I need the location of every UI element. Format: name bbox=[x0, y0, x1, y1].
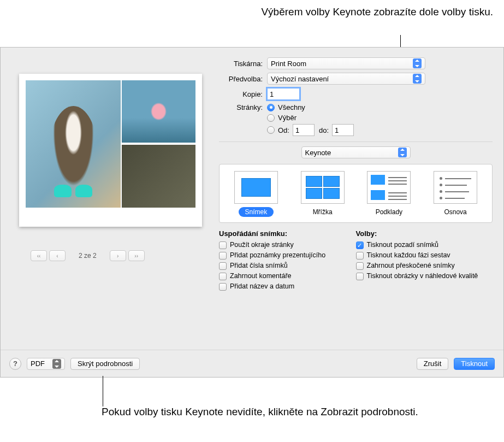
layout-grid-icon bbox=[301, 171, 345, 204]
dropdown-icon bbox=[398, 148, 407, 157]
layout-chooser: Snímek Mřížka Podklady bbox=[219, 164, 493, 223]
hide-details-button[interactable]: Skrýt podrobnosti bbox=[70, 358, 140, 370]
pages-to-label: do: bbox=[319, 126, 329, 134]
callout-top: Výběrem volby Keynote zobrazíte dole vol… bbox=[220, 5, 493, 19]
chk-notes[interactable] bbox=[219, 252, 227, 260]
preview-photo-1 bbox=[26, 80, 121, 208]
pages-selection-label: Výběr bbox=[278, 114, 297, 122]
chk-comments[interactable] bbox=[219, 273, 227, 280]
pages-selection-radio[interactable] bbox=[267, 114, 275, 122]
layout-grid[interactable]: Mřížka bbox=[295, 169, 350, 219]
dropdown-icon bbox=[52, 359, 61, 369]
layout-handouts[interactable]: Podklady bbox=[361, 169, 416, 219]
hide-details-label: Skrýt podrobnosti bbox=[78, 360, 133, 368]
pages-to-input[interactable] bbox=[332, 124, 354, 136]
chk-builds[interactable] bbox=[356, 252, 364, 260]
prev-page-button[interactable]: ‹ bbox=[49, 250, 66, 261]
preset-value: Výchozí nastavení bbox=[271, 75, 329, 83]
dropdown-icon bbox=[413, 74, 422, 84]
printer-label: Tiskárna: bbox=[219, 60, 263, 68]
pages-all-radio[interactable] bbox=[267, 104, 275, 111]
layout-outline-icon bbox=[434, 171, 477, 204]
last-page-button[interactable]: ›› bbox=[128, 250, 145, 261]
callout-bottom: Pokud volby tisku Keynote nevidíte, klik… bbox=[102, 405, 418, 419]
chk-namedate-label: Přidat název a datum bbox=[230, 282, 294, 290]
pages-label: Stránky: bbox=[219, 103, 263, 111]
page-indicator: 2 ze 2 bbox=[79, 252, 97, 260]
layout-slide-label: Snímek bbox=[239, 207, 274, 217]
pages-from-label: Od: bbox=[278, 126, 289, 134]
help-button[interactable]: ? bbox=[9, 358, 21, 370]
chk-notes-label: Přidat poznámky prezentujícího bbox=[230, 251, 325, 259]
slide-arrangement-heading: Uspořádání snímku: bbox=[219, 229, 356, 238]
dropdown-icon bbox=[413, 58, 422, 68]
preview-photo-3 bbox=[122, 145, 195, 208]
chk-numbers-label: Přidat čísla snímků bbox=[230, 262, 288, 269]
layout-handouts-label: Podklady bbox=[369, 207, 409, 217]
chk-backgrounds[interactable] bbox=[356, 241, 364, 249]
next-page-button[interactable]: › bbox=[110, 250, 126, 261]
chk-namedate[interactable] bbox=[219, 283, 227, 291]
options-heading: Volby: bbox=[356, 229, 493, 238]
pages-from-input[interactable] bbox=[293, 124, 315, 136]
cancel-label: Zrušit bbox=[424, 360, 442, 368]
copies-label: Kopie: bbox=[219, 90, 263, 98]
chk-backgrounds-label: Tisknout pozadí snímků bbox=[367, 241, 439, 249]
app-options-value: Keynote bbox=[305, 149, 331, 157]
chk-skipped[interactable] bbox=[356, 262, 364, 270]
preview-thumbnail bbox=[19, 74, 202, 227]
pages-all-label: Všechny bbox=[278, 103, 305, 111]
chk-numbers[interactable] bbox=[219, 262, 227, 270]
pdf-menu[interactable]: PDF bbox=[27, 358, 65, 370]
chk-margins-label: Použít okraje stránky bbox=[230, 241, 294, 249]
chk-margins[interactable] bbox=[219, 241, 227, 249]
first-page-button[interactable]: ‹‹ bbox=[31, 250, 47, 261]
layout-slide[interactable]: Snímek bbox=[229, 169, 283, 219]
preview-photo-2 bbox=[122, 80, 195, 143]
app-options-select[interactable]: Keynote bbox=[301, 146, 411, 158]
chk-skipped-label: Zahrnout přeskočené snímky bbox=[367, 262, 455, 269]
preset-label: Předvolba: bbox=[219, 75, 263, 83]
print-label: Tisknout bbox=[461, 360, 488, 368]
divider bbox=[219, 142, 493, 142]
layout-grid-label: Mřížka bbox=[306, 207, 339, 217]
callout-line-bottom bbox=[103, 376, 103, 406]
layout-handouts-icon bbox=[367, 171, 411, 204]
layout-outline[interactable]: Osnova bbox=[428, 169, 483, 219]
chk-draft[interactable] bbox=[356, 273, 364, 280]
print-dialog: ‹‹ ‹ 2 ze 2 › ›› Tiskárna: Print Room Př… bbox=[0, 47, 504, 378]
copies-input[interactable] bbox=[267, 88, 300, 100]
bottom-bar: ? PDF Skrýt podrobnosti Zrušit Tisknout bbox=[1, 350, 503, 377]
preset-select[interactable]: Výchozí nastavení bbox=[267, 73, 425, 85]
pdf-menu-label: PDF bbox=[31, 360, 45, 368]
printer-select[interactable]: Print Room bbox=[267, 57, 425, 69]
chk-comments-label: Zahrnout komentáře bbox=[230, 272, 292, 280]
pager: ‹‹ ‹ 2 ze 2 › ›› bbox=[31, 250, 145, 261]
pages-range-radio[interactable] bbox=[267, 126, 275, 134]
printer-value: Print Room bbox=[271, 60, 306, 68]
chk-draft-label: Tisknout obrázky v náhledové kvalitě bbox=[367, 272, 478, 280]
print-button[interactable]: Tisknout bbox=[454, 358, 495, 370]
cancel-button[interactable]: Zrušit bbox=[417, 358, 449, 370]
layout-slide-icon bbox=[234, 171, 278, 204]
layout-outline-label: Osnova bbox=[437, 207, 473, 217]
chk-builds-label: Tisknout každou fázi sestav bbox=[367, 251, 450, 259]
